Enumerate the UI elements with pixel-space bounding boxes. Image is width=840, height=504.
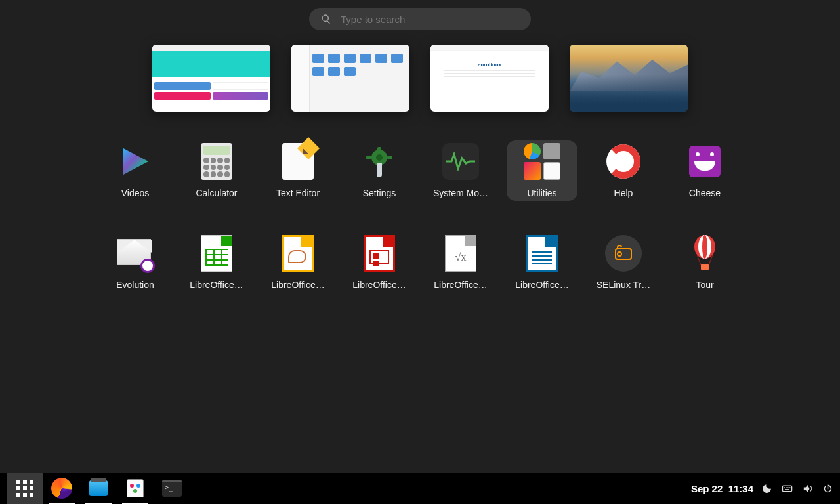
svg-rect-19	[785, 489, 789, 490]
app-tour[interactable]: Tour	[669, 232, 740, 293]
keyboard-icon[interactable]	[782, 483, 793, 494]
app-selinux[interactable]: SELinux Tr…	[588, 232, 659, 293]
panel-clock[interactable]: Sep 22 11:34	[691, 483, 753, 494]
libreoffice-calc-icon	[198, 235, 235, 272]
app-label: LibreOffice…	[271, 280, 324, 290]
svg-point-9	[618, 252, 621, 256]
files-launcher[interactable]	[80, 472, 117, 504]
grid-icon	[16, 480, 33, 497]
svg-rect-5	[387, 156, 392, 159]
app-grid: Videos Calculator Text Editor Settings S…	[0, 140, 840, 293]
svg-rect-15	[784, 487, 785, 488]
calculator-icon	[198, 143, 235, 180]
app-evolution[interactable]: Evolution	[100, 232, 171, 293]
app-label: Cheese	[689, 188, 721, 198]
app-libreoffice-math[interactable]: √x LibreOffice…	[425, 232, 496, 293]
app-libreoffice-draw[interactable]: LibreOffice…	[262, 232, 333, 293]
bottom-panel: Sep 22 11:34	[0, 472, 840, 504]
libreoffice-writer-icon	[524, 235, 560, 272]
panel-time: 11:34	[728, 483, 753, 494]
search-input[interactable]	[341, 14, 519, 25]
app-label: Help	[614, 188, 633, 198]
software-icon	[127, 479, 144, 497]
app-label: SELinux Tr…	[597, 280, 650, 290]
svg-point-1	[376, 154, 383, 161]
videos-icon	[117, 143, 154, 180]
app-libreoffice-calc[interactable]: LibreOffice…	[181, 232, 252, 293]
night-light-icon[interactable]	[761, 483, 772, 494]
svg-rect-16	[786, 487, 786, 488]
svg-point-12	[702, 235, 707, 259]
app-label: LibreOffice…	[434, 280, 487, 290]
tour-icon	[686, 235, 723, 272]
files-icon	[89, 480, 108, 496]
terminal-icon	[162, 480, 182, 497]
svg-rect-4	[366, 156, 371, 159]
app-libreoffice-impress[interactable]: LibreOffice…	[344, 232, 415, 293]
cheese-icon	[686, 143, 723, 180]
app-label: System Mo…	[433, 188, 488, 198]
svg-point-7	[617, 155, 630, 168]
app-calculator[interactable]: Calculator	[181, 140, 252, 201]
libreoffice-draw-icon	[280, 235, 316, 272]
utilities-folder-icon	[524, 143, 560, 180]
panel-date: Sep 22	[691, 483, 723, 494]
evolution-icon	[117, 235, 154, 272]
settings-icon	[361, 143, 398, 180]
power-icon[interactable]	[822, 483, 833, 494]
app-label: Settings	[363, 188, 396, 198]
svg-rect-14	[782, 486, 791, 492]
app-label: Tour	[696, 280, 713, 290]
app-label: Evolution	[116, 280, 154, 290]
app-text-editor[interactable]: Text Editor	[262, 140, 333, 201]
search-bar[interactable]	[309, 8, 531, 30]
app-help[interactable]: Help	[588, 140, 659, 201]
text-editor-icon	[280, 143, 316, 180]
app-label: LibreOffice…	[515, 280, 568, 290]
firefox-icon	[51, 478, 72, 499]
app-label: Videos	[121, 188, 150, 198]
app-label: Calculator	[196, 188, 237, 198]
search-icon	[321, 14, 331, 24]
libreoffice-impress-icon	[361, 235, 398, 272]
app-system-monitor[interactable]: System Mo…	[425, 140, 496, 201]
volume-icon[interactable]	[802, 483, 813, 494]
app-label: LibreOffice…	[352, 280, 406, 290]
app-utilities-folder[interactable]: Utilities	[507, 140, 578, 201]
app-libreoffice-writer[interactable]: LibreOffice…	[507, 232, 578, 293]
libreoffice-math-icon: √x	[442, 235, 479, 272]
workspace-thumb-1[interactable]	[152, 45, 270, 112]
software-launcher[interactable]	[117, 472, 154, 504]
app-label: Text Editor	[276, 188, 320, 198]
selinux-icon	[605, 235, 642, 272]
terminal-launcher[interactable]	[154, 472, 190, 504]
svg-rect-13	[701, 264, 709, 270]
svg-rect-17	[788, 487, 788, 488]
svg-rect-2	[377, 147, 381, 152]
svg-rect-18	[789, 487, 790, 488]
activities-button[interactable]	[7, 472, 43, 504]
workspace-thumb-3[interactable]: eurolinux	[430, 45, 549, 112]
app-label: LibreOffice…	[190, 280, 243, 290]
app-cheese[interactable]: Cheese	[669, 140, 740, 201]
system-monitor-icon	[442, 143, 479, 180]
app-label: Utilities	[527, 188, 556, 198]
firefox-launcher[interactable]	[43, 472, 80, 504]
help-icon	[605, 143, 642, 180]
app-videos[interactable]: Videos	[100, 140, 171, 201]
workspace-thumb-4[interactable]	[570, 45, 688, 112]
workspace-thumb-2[interactable]	[291, 45, 410, 112]
workspace-switcher: eurolinux	[0, 45, 840, 112]
app-settings[interactable]: Settings	[344, 140, 415, 201]
system-tray	[761, 483, 833, 494]
